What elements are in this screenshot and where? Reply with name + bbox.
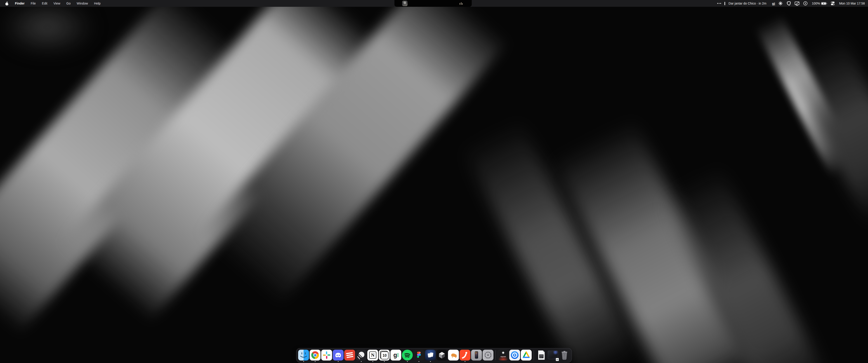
- menu-file[interactable]: File: [31, 2, 36, 5]
- document-file-icon: [536, 350, 547, 361]
- dock: N 10 g: [296, 348, 572, 363]
- dock-item-notion[interactable]: N: [367, 350, 378, 362]
- notion-icon: N: [367, 350, 378, 361]
- menu-view[interactable]: View: [53, 2, 60, 5]
- dock-item-figma[interactable]: [413, 350, 424, 362]
- iphone-mirroring-icon: [471, 350, 482, 361]
- dock-item-document-file[interactable]: [536, 350, 547, 362]
- todoist-icon: [344, 350, 355, 361]
- calendar-event-text[interactable]: Dar jantar do Chico · in 2m: [728, 2, 766, 5]
- dock-item-system-settings[interactable]: [483, 350, 493, 362]
- dock-item-notion-calendar[interactable]: 10: [379, 350, 390, 362]
- menu-go[interactable]: Go: [66, 2, 71, 5]
- notion-calendar-icon: 10: [379, 350, 390, 361]
- ivory-mammoth-icon: [448, 350, 459, 361]
- slack-icon: [321, 350, 332, 361]
- spotify-icon: [402, 350, 413, 361]
- dock-item-downloads-stack[interactable]: 11: [548, 350, 558, 362]
- dock-item-ivory[interactable]: [448, 350, 459, 362]
- chrome-icon: [310, 350, 320, 361]
- battery-charging-icon: [821, 2, 827, 5]
- asterisk-menu-icon[interactable]: [778, 1, 783, 6]
- apple-menu-icon[interactable]: [5, 1, 9, 6]
- battery-percent: 100%: [812, 2, 820, 5]
- menu-edit[interactable]: Edit: [42, 2, 47, 5]
- running-indicator: [384, 361, 385, 362]
- downloads-stack-icon: 11: [548, 350, 558, 361]
- cursor-cube-icon: [436, 350, 447, 361]
- wallpaper-glow: [0, 0, 95, 54]
- dock-item-trash[interactable]: [559, 350, 570, 362]
- trash-icon: [559, 350, 570, 361]
- dock-item-google-drive[interactable]: [521, 350, 532, 362]
- running-indicator: [315, 361, 315, 362]
- dock-item-raycast[interactable]: raycast: [498, 350, 508, 362]
- dock-item-striped-sphere-app[interactable]: [356, 350, 367, 362]
- running-indicator: [338, 361, 339, 362]
- control-center-icon[interactable]: [831, 1, 835, 5]
- menu-help[interactable]: Help: [94, 2, 101, 5]
- dock-item-granola[interactable]: g: [391, 350, 401, 362]
- running-indicator: [407, 361, 408, 362]
- menu-window[interactable]: Window: [76, 2, 88, 5]
- dock-item-discord[interactable]: [333, 350, 344, 362]
- battery-status[interactable]: 100%: [812, 2, 828, 5]
- blue-cards-icon: [425, 350, 436, 361]
- dock-item-superhuman[interactable]: [460, 350, 470, 362]
- dock-item-cursor[interactable]: [436, 350, 447, 362]
- finder-icon: [298, 350, 309, 361]
- dock-item-1password[interactable]: [509, 350, 520, 362]
- granola-icon: g: [391, 350, 401, 361]
- wallpaper-streak: [780, 24, 868, 234]
- dock-item-chrome[interactable]: [310, 350, 320, 362]
- google-drive-icon: [521, 350, 532, 361]
- onepassword-menu-icon[interactable]: [803, 1, 808, 6]
- stack-count-badge: 11: [556, 358, 559, 361]
- menu-bar-status: Dar jantar do Chico · in 2m g: [717, 1, 868, 6]
- settings-gear-icon: [483, 350, 493, 361]
- menu-bar-left: Finder File Edit View Go Window Help: [0, 1, 101, 6]
- running-indicator: [361, 361, 362, 362]
- figma-icon: [413, 350, 424, 361]
- dock-item-todoist[interactable]: [344, 350, 355, 362]
- now-playing-artwork-icon[interactable]: [402, 1, 408, 6]
- striped-sphere-icon: [356, 350, 367, 361]
- dock-item-spotify[interactable]: [402, 350, 413, 362]
- event-color-bar: [724, 2, 725, 5]
- dock-item-finder[interactable]: [298, 350, 309, 362]
- onepassword-icon: [509, 350, 520, 361]
- dock-item-slack[interactable]: [321, 350, 332, 362]
- notch-media-island[interactable]: [395, 0, 472, 7]
- running-indicator: [430, 361, 431, 362]
- menu-bar-clock[interactable]: Mon 10 Mar 17:58: [839, 2, 865, 5]
- running-indicator: [465, 361, 465, 362]
- app-menu-finder[interactable]: Finder: [15, 2, 25, 5]
- raycast-icon: raycast: [498, 350, 508, 361]
- dock-item-blue-cards-app[interactable]: [425, 350, 436, 362]
- pick-shape-menu-icon[interactable]: [786, 1, 791, 6]
- desktop-wallpaper: [0, 0, 868, 363]
- audio-eq-bars-icon: [460, 2, 463, 5]
- granola-menu-icon[interactable]: g: [772, 2, 775, 5]
- dock-item-iphone-mirroring[interactable]: [471, 350, 482, 362]
- dock-divider: [534, 350, 534, 360]
- dock-divider: [495, 350, 496, 360]
- discord-icon: [333, 350, 344, 361]
- running-indicator: [372, 361, 373, 362]
- display-mirroring-menu-icon[interactable]: [795, 1, 800, 6]
- more-icon[interactable]: [717, 3, 721, 4]
- running-indicator: [303, 361, 304, 362]
- running-indicator: [418, 361, 419, 362]
- superhuman-icon: [460, 350, 470, 361]
